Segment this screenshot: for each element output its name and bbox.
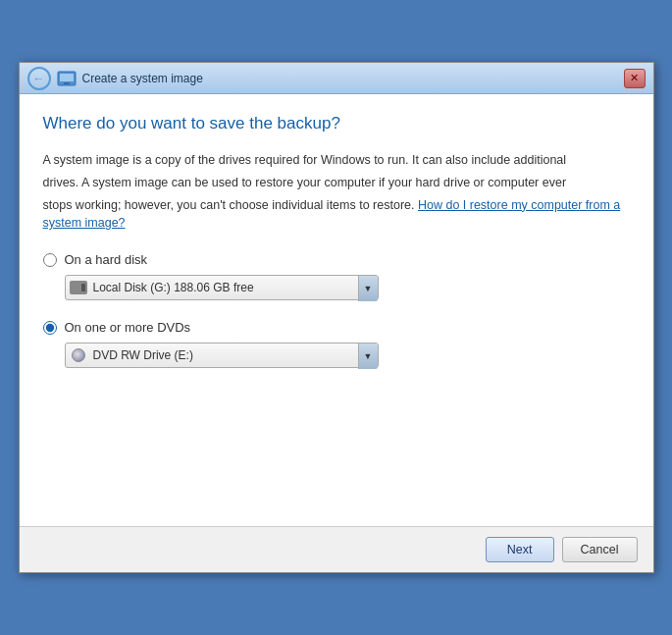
dialog-body: Where do you want to save the backup? A … <box>20 94 653 572</box>
harddisk-label[interactable]: On a hard disk <box>65 252 148 267</box>
title-bar-left: ← Create a system image <box>27 67 203 90</box>
dvd-dropdown[interactable]: DVD RW Drive (E:) ▼ <box>65 343 379 368</box>
options-section: On a hard disk Local Disk (G:) 188.06 GB… <box>43 252 630 368</box>
harddisk-radio[interactable] <box>43 253 57 267</box>
description-text-1: A system image is a copy of the drives r… <box>43 151 630 170</box>
hdd-icon <box>70 281 87 294</box>
dvd-radio-row: On one or more DVDs <box>43 320 630 335</box>
harddisk-option-group: On a hard disk Local Disk (G:) 188.06 GB… <box>43 252 630 300</box>
harddisk-dropdown-container: Local Disk (G:) 188.06 GB free ▼ <box>65 275 630 300</box>
dvd-dropdown-arrow[interactable]: ▼ <box>358 344 378 369</box>
dvd-dropdown-text: DVD RW Drive (E:) <box>93 348 374 362</box>
cancel-button[interactable]: Cancel <box>562 537 638 562</box>
dvd-icon <box>70 347 87 363</box>
dvd-label[interactable]: On one or more DVDs <box>65 320 191 335</box>
content-section: Where do you want to save the backup? A … <box>20 94 653 526</box>
window-icon <box>57 69 77 88</box>
title-bar: ← Create a system image ✕ <box>20 63 653 94</box>
close-button[interactable]: ✕ <box>624 69 646 88</box>
dvd-circle-shape <box>72 348 85 362</box>
harddisk-dropdown[interactable]: Local Disk (G:) 188.06 GB free ▼ <box>65 275 379 300</box>
svg-rect-2 <box>64 82 70 84</box>
harddisk-dropdown-text: Local Disk (G:) 188.06 GB free <box>93 281 374 294</box>
description-text-3: stops working; however, you can't choose… <box>43 196 630 234</box>
title-bar-text: Create a system image <box>82 72 203 85</box>
harddisk-radio-row: On a hard disk <box>43 252 630 267</box>
description-text-2: drives. A system image can be used to re… <box>43 174 630 192</box>
page-title: Where do you want to save the backup? <box>43 114 630 133</box>
svg-rect-1 <box>60 74 74 81</box>
back-button[interactable]: ← <box>27 67 51 90</box>
next-button[interactable]: Next <box>486 537 554 562</box>
dvd-radio[interactable] <box>43 321 57 335</box>
dvd-option-group: On one or more DVDs DVD RW Drive (E:) ▼ <box>43 320 630 368</box>
harddisk-dropdown-arrow[interactable]: ▼ <box>358 276 378 301</box>
main-window: ← Create a system image ✕ Where do you w… <box>19 62 654 573</box>
dvd-dropdown-container: DVD RW Drive (E:) ▼ <box>65 343 630 368</box>
footer-section: Next Cancel <box>20 526 653 572</box>
